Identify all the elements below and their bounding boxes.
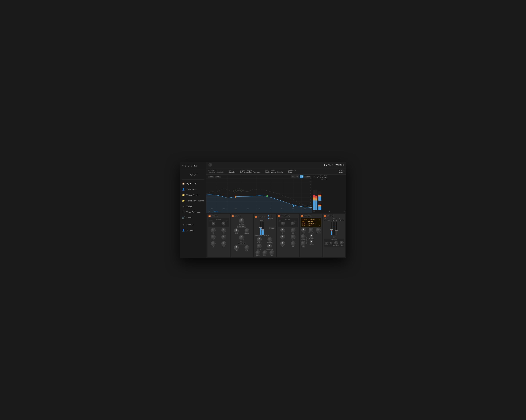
color-drive-knob[interactable]	[239, 235, 244, 240]
stereo-balance-knob[interactable]	[334, 241, 338, 245]
color-treble-knob[interactable]	[244, 228, 249, 233]
undo-button[interactable]: Undo	[208, 176, 214, 178]
controlhub-logo: CONTROLHUB	[324, 164, 344, 166]
eq-curve-svg	[206, 175, 312, 213]
vu-val-1: -3.8	[313, 175, 315, 177]
dynamics-makeup-fader[interactable]	[262, 222, 264, 235]
pre-eq-header: ⏻ PRE EQ	[208, 215, 229, 217]
pre-eq-r1k2[interactable]	[221, 228, 226, 233]
stereo-button[interactable]: Stereo	[304, 176, 311, 178]
color-preamp-button[interactable]: PREAMP	[237, 225, 246, 228]
effects-hipass-knob[interactable]	[310, 234, 313, 238]
module-color: ⏻ COLOR VOLUME PREAMP	[231, 214, 253, 257]
meq-r3k2-knob[interactable]	[291, 241, 295, 246]
pre-eq-r2k1[interactable]	[211, 235, 216, 239]
meq-r1k2-knob[interactable]	[291, 228, 295, 233]
makeup-handle[interactable]	[261, 229, 264, 230]
preset-effects-value[interactable]: None	[288, 171, 296, 173]
dynamics-attack-knob[interactable]	[257, 237, 262, 242]
effects-length-knob[interactable]	[316, 227, 321, 232]
effects-mix-knob[interactable]	[301, 227, 306, 232]
color-power-button[interactable]: ⏻	[232, 215, 234, 217]
sidebar-item-my-presets[interactable]: 🏠 My Presets	[180, 181, 206, 187]
master-eq-lp-knob[interactable]	[291, 222, 295, 225]
limiter-fader-track-3[interactable]	[336, 222, 337, 235]
color-volume-knob[interactable]	[239, 218, 244, 224]
sidebar-item-tracer[interactable]: 〜 Tracer	[180, 204, 206, 209]
color-bass-knob[interactable]	[234, 228, 239, 233]
dynamics-release-knob[interactable]	[267, 237, 272, 242]
sidebar-item-artist-packs[interactable]: 👤 Artist Packs	[180, 187, 206, 192]
meq-r1k1-knob[interactable]	[280, 228, 285, 233]
master-eq-power-button[interactable]: ⏻	[278, 215, 280, 217]
sidebar-item-tracer-compressors[interactable]: 📁 Tracer Compressors	[180, 198, 206, 204]
effects-predelay-knob[interactable]	[309, 227, 313, 232]
dynamics-power-button[interactable]: ⏻	[255, 216, 257, 218]
pre-tab[interactable]: Pre	[206, 210, 212, 213]
limiter-threshold-slider[interactable]	[333, 222, 335, 235]
limiter-fader-handle-3[interactable]	[335, 230, 338, 231]
sidebar-item-tracer-presets[interactable]: 📁 Tracer Presets	[180, 192, 206, 198]
threshold-handle[interactable]	[259, 227, 262, 228]
eq-settings-button[interactable]: ⚙	[291, 175, 295, 178]
pre-eq-r3k1[interactable]	[211, 241, 216, 246]
eq-piano-button[interactable]: ⏭	[295, 175, 299, 178]
stereo-mode-button[interactable]: L/R	[324, 243, 328, 245]
pre-eq-lp-knob[interactable]	[221, 221, 226, 226]
vu-small-fill-1	[318, 195, 321, 201]
home-icon: 🏠	[182, 183, 185, 185]
effects-depth-knob[interactable]	[301, 234, 305, 239]
master-tab[interactable]: Master	[212, 210, 220, 213]
color-tube-knob[interactable]	[244, 245, 249, 250]
dynamics-ratio-knob[interactable]	[257, 244, 262, 248]
meq-r3k1-knob[interactable]	[280, 241, 285, 246]
limiter-release-val: 69 ms	[339, 220, 344, 221]
sidebar-item-shop[interactable]: 🛒 Shop	[180, 215, 206, 221]
effects-rate-knob[interactable]	[301, 241, 305, 246]
effects-power-button[interactable]: ⏻	[301, 215, 303, 217]
preset-master-eq-value[interactable]: Manley Massive Passive	[265, 171, 283, 173]
sidebar-item-trace-exchange[interactable]: ⇄ Trace Exchange	[180, 209, 206, 215]
pre-eq-power-button[interactable]: ⏻	[208, 215, 211, 217]
color-tape-knob[interactable]	[234, 245, 239, 250]
vu-rms-label: RMS	[324, 175, 327, 176]
tracer-button[interactable]: Tracer	[269, 227, 275, 229]
sidebar-item-account[interactable]: 👤 Account	[180, 227, 206, 233]
dyn-check-comp[interactable]: COMP	[268, 218, 273, 219]
limiter-fader-3	[336, 222, 337, 235]
color-color-button[interactable]: COLOR	[238, 242, 245, 245]
dynamics-mix-knob[interactable]	[270, 250, 274, 255]
redo-button[interactable]: Redo	[215, 176, 221, 178]
module-master-eq: ⏻ MASTER EQ FILTER 6 dB 6 dB HP	[277, 214, 299, 257]
dyn-check-ds[interactable]: DS	[268, 216, 273, 218]
sidebar-item-settings[interactable]: ⚙ Settings	[180, 222, 206, 227]
dynamics-input-knob[interactable]	[255, 250, 260, 255]
limiter-fader-handle-1[interactable]	[330, 229, 333, 230]
pre-eq-hp-knob[interactable]	[211, 221, 216, 226]
ruby-button[interactable]: Ruby	[300, 175, 303, 178]
meq-r2k2-knob[interactable]	[291, 235, 295, 239]
effects-length-knob-group: LENGTH	[316, 227, 321, 234]
meq-r2k1-knob[interactable]	[280, 235, 285, 239]
dynamics-knee-knob[interactable]	[263, 250, 267, 255]
dynamics-threshold-fader[interactable]	[260, 222, 262, 235]
effects-header: ⏻ EFFECTS	[301, 215, 321, 217]
limiter-power-button[interactable]: ⏻	[324, 215, 326, 217]
limiter-faders	[324, 222, 344, 235]
preset-compression-value[interactable]: RND Master Bus Processor	[240, 171, 260, 173]
master-eq-hp-knob[interactable]	[281, 222, 285, 225]
pre-eq-r2k2[interactable]	[221, 235, 226, 239]
pre-eq-r1k1[interactable]	[211, 228, 216, 233]
refresh-button[interactable]: ↻	[208, 163, 212, 167]
effects-lopass-knob[interactable]	[310, 240, 313, 244]
preset-default-value[interactable]: › Master 2 - More Mids	[208, 171, 223, 173]
preset-color-value[interactable]: Console	[229, 171, 235, 173]
dyn-check-td[interactable]: TD	[268, 215, 273, 216]
limiter-stereo-label: STEREO	[324, 239, 344, 240]
dynamics-sidechain-knob[interactable]	[267, 244, 272, 248]
pre-eq-r3k2[interactable]	[221, 241, 226, 246]
logo-bold: STL	[185, 164, 189, 167]
pre-eq-row2-knob1: dB	[211, 235, 216, 241]
stereo-mix-knob[interactable]	[340, 241, 344, 245]
limiter-fader-track-1[interactable]	[331, 222, 332, 235]
